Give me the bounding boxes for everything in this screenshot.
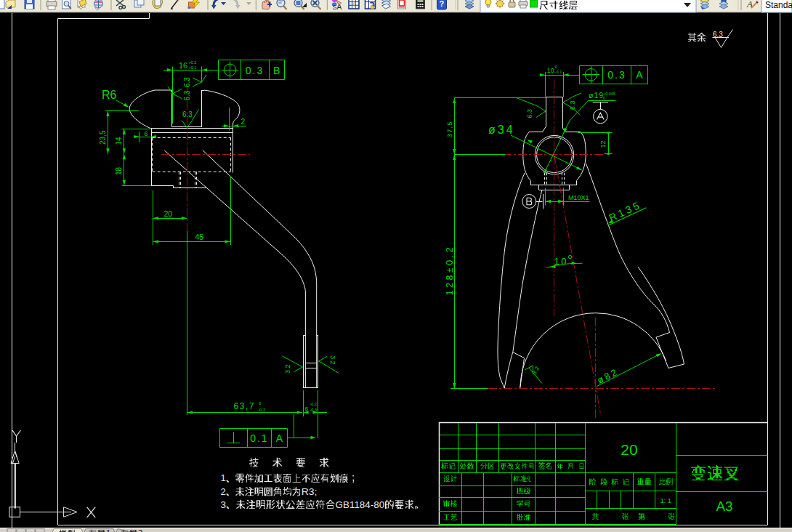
svg-text:1: 1 <box>106 528 110 532</box>
svg-text:63,7: 63,7 <box>234 401 255 411</box>
svg-text:6: 6 <box>145 130 148 137</box>
svg-text:20: 20 <box>164 209 173 218</box>
svg-text:0.1: 0.1 <box>250 432 268 444</box>
svg-text:-0,2: -0,2 <box>258 408 266 412</box>
svg-text:18: 18 <box>115 166 123 175</box>
svg-text:6.3: 6.3 <box>183 90 191 100</box>
svg-text:-0,2: -0,2 <box>310 402 317 406</box>
svg-text:1: 1: 1: 1 <box>660 497 671 504</box>
svg-text:16: 16 <box>179 61 187 70</box>
svg-text:14: 14 <box>115 137 123 145</box>
svg-text:6.3: 6.3 <box>713 31 723 39</box>
svg-text:37,5: 37,5 <box>446 121 453 137</box>
svg-text:-0,3: -0,3 <box>310 408 317 412</box>
svg-text:6.3: 6.3 <box>527 109 534 118</box>
svg-text:3: 3 <box>220 499 226 510</box>
svg-text:B: B <box>273 65 280 76</box>
svg-text:3.2: 3.2 <box>284 364 291 374</box>
svg-text:10: 10 <box>554 256 568 267</box>
svg-text:2: 2 <box>220 486 225 497</box>
svg-text:化: 化 <box>527 475 531 483</box>
svg-text:A: A <box>636 69 643 81</box>
svg-text:A3: A3 <box>716 499 732 514</box>
svg-text:2: 2 <box>241 118 246 126</box>
svg-text:M10X1: M10X1 <box>568 194 589 201</box>
svg-text:128±0.2: 128±0.2 <box>445 245 455 296</box>
svg-text:6.3: 6.3 <box>182 110 193 118</box>
svg-text:0: 0 <box>603 96 605 100</box>
svg-text:+0.1: +0.1 <box>189 65 197 70</box>
svg-text:0: 0 <box>555 65 557 69</box>
svg-text:1: 1 <box>220 472 225 483</box>
svg-text:23,5: 23,5 <box>99 130 107 145</box>
svg-text:12: 12 <box>600 141 607 148</box>
svg-text:R6: R6 <box>102 89 117 101</box>
svg-text:R3;: R3; <box>302 486 318 497</box>
svg-text:3.2: 3.2 <box>329 355 336 365</box>
svg-text:6.3: 6.3 <box>183 77 191 87</box>
svg-text:-0.1: -0.1 <box>555 70 562 74</box>
svg-text:?: ? <box>440 0 445 8</box>
svg-text:GB1184-80: GB1184-80 <box>336 499 385 510</box>
svg-text:10: 10 <box>547 67 554 74</box>
svg-text:8: 8 <box>305 406 309 412</box>
svg-text:45: 45 <box>195 233 204 241</box>
svg-text:0.3: 0.3 <box>246 65 264 76</box>
svg-text:Standa: Standa <box>765 0 792 10</box>
svg-text:0.3: 0.3 <box>607 69 626 81</box>
svg-text:20: 20 <box>621 441 637 458</box>
svg-text:ø19: ø19 <box>589 91 604 100</box>
svg-text:2: 2 <box>138 528 142 532</box>
svg-text:A: A <box>276 432 283 444</box>
svg-text:ø34: ø34 <box>488 124 515 136</box>
svg-text:+0.2: +0.2 <box>189 60 197 65</box>
